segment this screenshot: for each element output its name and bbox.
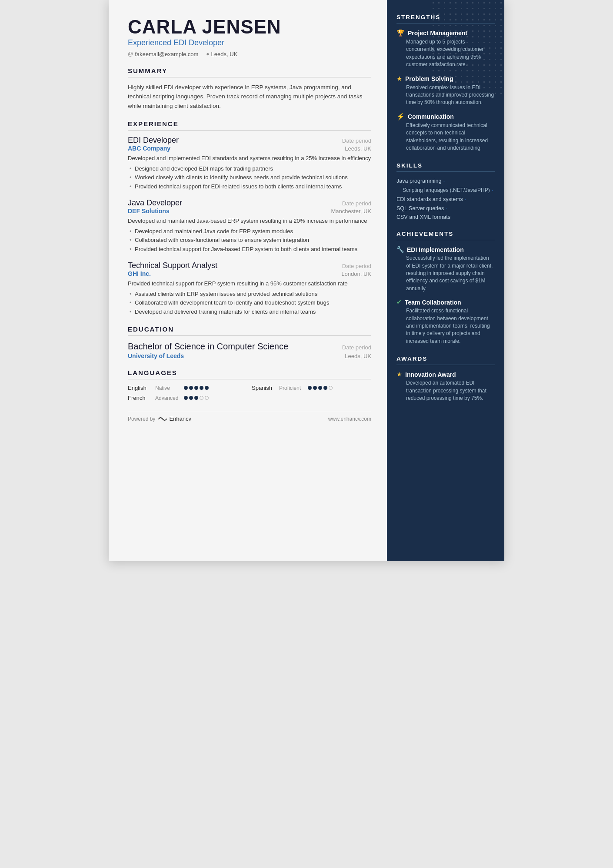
achieve-name-2: Team Collaboration xyxy=(405,299,461,306)
bullet-item: Provided technical support for Java-base… xyxy=(128,245,371,254)
dot xyxy=(308,386,312,390)
strength-name-2: Problem Solving xyxy=(405,75,453,82)
achievements-title: ACHIEVEMENTS xyxy=(396,231,495,237)
location-contact: ● Leeds, UK xyxy=(206,51,237,57)
powered-by-text: Powered by xyxy=(128,416,155,422)
email-icon: @ xyxy=(128,51,133,57)
exp-desc-3: Provided technical support for ERP syste… xyxy=(128,279,371,288)
lang-dots-french xyxy=(184,396,209,400)
strengths-divider xyxy=(396,23,495,23)
edu-header: Bachelor of Science in Computer Science … xyxy=(128,341,371,352)
award-desc-1: Developed an automated EDI transaction p… xyxy=(396,379,495,402)
strength-header-3: ⚡ Communication xyxy=(396,113,495,121)
exp-desc-2: Developed and maintained Java-based ERP … xyxy=(128,217,371,225)
dot xyxy=(323,386,327,390)
skill-item-1: Java programming · xyxy=(396,178,495,184)
award-star-icon: ★ xyxy=(396,371,402,378)
skill-dot-3: · xyxy=(446,205,447,212)
exp-desc-1: Developed and implemented EDI standards … xyxy=(128,154,371,163)
footer-left: Powered by Enhancv xyxy=(128,416,191,422)
strength-name-3: Communication xyxy=(408,113,454,120)
achieve-header-1: 🔧 EDI Implementation xyxy=(396,246,495,253)
bullet-item: Worked closely with clients to identify … xyxy=(128,173,371,182)
skill-item-3: SQL Server queries · xyxy=(396,205,495,212)
lang-level-spanish: Proficient xyxy=(279,385,304,391)
awards-section: AWARDS ★ Innovation Award Developed an a… xyxy=(396,355,495,402)
skill-sub-name-1: Scripting languages (.NET/Java/PHP) xyxy=(403,187,490,193)
languages-divider xyxy=(128,379,371,379)
exp-bullets-2: Developed and maintained Java code for E… xyxy=(128,227,371,254)
exp-company-2: DEF Solutions xyxy=(128,208,170,214)
strength-desc-3: Effectively communicated technical conce… xyxy=(396,122,495,152)
achievements-section: ACHIEVEMENTS 🔧 EDI Implementation Succes… xyxy=(396,231,495,345)
header-section: CARLA JENSEN Experienced EDI Developer @… xyxy=(128,17,371,57)
achieve-desc-2: Facilitated cross-functional collaborati… xyxy=(396,307,495,345)
dot xyxy=(189,386,193,390)
lang-dots-english xyxy=(184,386,209,390)
skill-dot-2: · xyxy=(465,196,466,203)
exp-date-2: Date period xyxy=(342,200,371,207)
strengths-section: STRENGTHS 🏆 Project Management Managed u… xyxy=(396,14,495,152)
lang-level-english: Native xyxy=(155,385,180,391)
lang-french: French Advanced xyxy=(128,395,247,401)
enhancv-logo-icon xyxy=(158,416,167,422)
skill-name-3: SQL Server queries xyxy=(396,205,444,211)
strength-item-3: ⚡ Communication Effectively communicated… xyxy=(396,113,495,152)
languages-grid: English Native Spanish Proficient xyxy=(128,385,371,401)
education-section: EDUCATION Bachelor of Science in Compute… xyxy=(128,325,371,359)
exp-entry-3: Technical Support Analyst Date period GH… xyxy=(128,261,371,316)
strength-item-1: 🏆 Project Management Managed up to 5 pro… xyxy=(396,29,495,69)
skill-item-sub-1: Scripting languages (.NET/Java/PHP) · xyxy=(396,187,495,194)
dot xyxy=(194,396,198,400)
candidate-title: Experienced EDI Developer xyxy=(128,38,371,47)
trophy-icon: 🏆 xyxy=(396,29,405,37)
bullet-item: Developed and maintained Java code for E… xyxy=(128,227,371,236)
lang-name-french: French xyxy=(128,395,152,401)
edu-date: Date period xyxy=(342,344,371,351)
lang-name-spanish: Spanish xyxy=(252,385,276,391)
award-item-1: ★ Innovation Award Developed an automate… xyxy=(396,371,495,402)
awards-title: AWARDS xyxy=(396,355,495,362)
experience-section: EXPERIENCE EDI Developer Date period ABC… xyxy=(128,120,371,316)
skill-item-2: EDI standards and systems · xyxy=(396,196,495,203)
exp-company-row-3: GHI Inc. London, UK xyxy=(128,270,371,277)
skills-divider xyxy=(396,171,495,172)
exp-location-2: Manchester, UK xyxy=(331,208,372,214)
dot-empty xyxy=(329,386,333,390)
education-divider xyxy=(128,335,371,336)
strength-desc-1: Managed up to 5 projects concurrently, e… xyxy=(396,38,495,69)
skill-dot-sub: · xyxy=(492,187,493,194)
bolt-icon: ⚡ xyxy=(396,113,405,121)
check-icon: ✔ xyxy=(396,298,402,306)
experience-divider xyxy=(128,130,371,131)
right-column: STRENGTHS 🏆 Project Management Managed u… xyxy=(387,0,504,561)
email-text: fakeemail@example.com xyxy=(135,51,198,57)
dot-empty xyxy=(200,396,203,400)
skill-item-4: CSV and XML formats xyxy=(396,214,495,220)
strengths-title: STRENGTHS xyxy=(396,14,495,20)
award-header-1: ★ Innovation Award xyxy=(396,371,495,378)
candidate-name: CARLA JENSEN xyxy=(128,17,371,37)
dot xyxy=(318,386,322,390)
strength-desc-2: Resolved complex issues in EDI transacti… xyxy=(396,84,495,107)
languages-section: LANGUAGES English Native xyxy=(128,369,371,401)
exp-company-row-2: DEF Solutions Manchester, UK xyxy=(128,208,371,214)
dot xyxy=(184,396,188,400)
exp-role-2: Java Developer xyxy=(128,198,182,208)
bullet-item: Assisted clients with ERP system issues … xyxy=(128,290,371,298)
exp-location-3: London, UK xyxy=(341,271,371,277)
exp-bullets-3: Assisted clients with ERP system issues … xyxy=(128,290,371,316)
skill-name-2: EDI standards and systems xyxy=(396,196,463,202)
summary-title: SUMMARY xyxy=(128,67,371,74)
lang-english: English Native xyxy=(128,385,247,391)
achieve-header-2: ✔ Team Collaboration xyxy=(396,298,495,306)
achievements-divider xyxy=(396,240,495,240)
exp-company-3: GHI Inc. xyxy=(128,270,151,277)
exp-company-row-1: ABC Company Leeds, UK xyxy=(128,145,371,152)
exp-entry-2: Java Developer Date period DEF Solutions… xyxy=(128,198,371,253)
exp-entry-1: EDI Developer Date period ABC Company Le… xyxy=(128,136,371,191)
dot xyxy=(194,386,198,390)
exp-date-1: Date period xyxy=(342,137,371,144)
strength-header-2: ★ Problem Solving xyxy=(396,75,495,83)
email-contact: @ fakeemail@example.com xyxy=(128,51,198,57)
